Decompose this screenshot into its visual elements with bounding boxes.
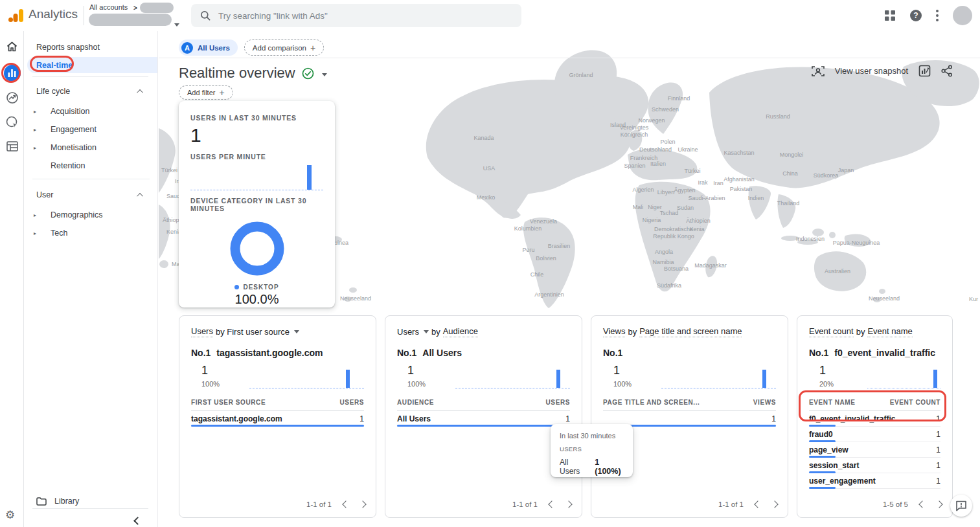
share-icon[interactable] — [941, 65, 953, 77]
account-switcher-caret-icon[interactable] — [174, 17, 179, 29]
realtime-cards-row: Users by First user sourceNo.1tagassista… — [179, 315, 953, 518]
table-row[interactable]: tagassistant.google.com1 — [191, 411, 364, 427]
expand-triangle-icon[interactable]: ▸ — [34, 230, 51, 236]
table-row[interactable]: fraud01 — [809, 427, 940, 442]
expand-triangle-icon[interactable]: ▸ — [34, 145, 51, 151]
feedback-button[interactable] — [950, 495, 972, 517]
card-title-segment[interactable]: Views — [603, 326, 625, 337]
no1-label: No.1 — [809, 348, 828, 359]
avatar[interactable] — [953, 6, 972, 25]
overflow-menu-icon[interactable] — [936, 10, 939, 21]
data-quality-check-icon[interactable] — [302, 67, 314, 80]
table-row[interactable]: All Users1 — [397, 411, 570, 427]
mini-sparkline-chart[interactable] — [867, 364, 940, 390]
product-name: Analytics — [28, 7, 78, 21]
dimension-caret-icon[interactable] — [294, 330, 299, 333]
users-per-minute-chart[interactable] — [190, 163, 323, 190]
page-next-icon[interactable] — [771, 500, 778, 508]
comparison-chip-all-users[interactable]: A All Users — [179, 39, 238, 56]
help-icon[interactable]: ? — [910, 10, 922, 21]
mini-sparkline-chart[interactable] — [455, 364, 570, 390]
sidebar-item-acquisition[interactable]: ▸Acquisition — [25, 102, 157, 120]
divider — [32, 508, 148, 509]
card-title[interactable]: Users by Audience — [397, 326, 570, 337]
row-name: session_start — [809, 461, 859, 470]
table-row[interactable]: f0_event_invalid_traffic1 — [809, 411, 940, 427]
row-name: user_engagement — [809, 477, 876, 486]
sidebar-item-realtime[interactable]: Real-time — [27, 57, 157, 73]
page-next-icon[interactable] — [565, 500, 572, 508]
reports-sidebar: Reports snapshot Real-time Life cycle▸Ac… — [25, 31, 158, 527]
admin-gear-icon[interactable]: ⚙ — [5, 508, 15, 522]
add-comparison-button[interactable]: Add comparison + — [244, 39, 324, 56]
page-prev-icon[interactable] — [918, 500, 926, 508]
card-title-segment[interactable]: Event name — [867, 326, 912, 337]
sidebar-item-monetisation[interactable]: ▸Monetisation — [25, 139, 157, 157]
table-row[interactable]: session_start1 — [809, 458, 940, 473]
table-row[interactable]: user_engagement1 — [809, 473, 940, 489]
mini-sparkline-chart[interactable] — [249, 364, 364, 390]
chevron-up-icon[interactable] — [137, 89, 143, 95]
table-row[interactable]: page_view1 — [809, 442, 940, 458]
sidebar-item-demographics[interactable]: ▸Demographics — [25, 206, 157, 224]
collapse-sidebar-icon[interactable] — [133, 517, 142, 525]
mini-sparkline-chart[interactable] — [661, 364, 776, 390]
card-title-segment[interactable]: Page title and screen name — [639, 326, 742, 337]
add-filter-button[interactable]: Add filter + — [179, 85, 233, 100]
dimension-caret-icon[interactable] — [424, 330, 429, 333]
sidebar-item-label: Retention — [51, 161, 85, 170]
card-title-segment[interactable]: Audience — [443, 326, 478, 337]
no1-label: No.1 — [603, 348, 622, 359]
users-per-minute-bar — [307, 165, 312, 190]
expand-triangle-icon[interactable]: ▸ — [34, 127, 51, 133]
analytics-logo-icon[interactable] — [8, 8, 25, 23]
sparkline-bar — [933, 370, 937, 388]
device-donut-chart[interactable] — [190, 218, 323, 280]
redacted-property-name[interactable] — [89, 14, 172, 26]
sidebar-item-reports-snapshot[interactable]: Reports snapshot — [36, 43, 100, 52]
page-prev-icon[interactable] — [548, 500, 555, 508]
card-title-segment[interactable]: Users — [191, 326, 213, 337]
sidebar-section-life-cycle[interactable]: Life cycle — [25, 80, 157, 102]
table-col-dimension: AUDIENCE — [397, 399, 434, 406]
top-app-bar: Analytics All accounts > Try searching "… — [0, 0, 980, 31]
expand-triangle-icon[interactable]: ▸ — [34, 212, 51, 218]
page-prev-icon[interactable] — [342, 500, 349, 508]
page-next-icon[interactable] — [359, 500, 366, 508]
sidebar-item-label: Tech — [51, 229, 67, 238]
row-value: 1 — [565, 414, 570, 423]
sparkline-bar — [762, 370, 766, 388]
sidebar-item-realtime-label: Real-time — [36, 61, 73, 70]
divider — [84, 6, 84, 25]
card-title[interactable]: Users by First user source — [191, 326, 364, 337]
customize-report-icon[interactable] — [918, 65, 931, 77]
table-col-dimension: FIRST USER SOURCE — [191, 399, 266, 406]
desktop-percentage: 100.0% — [190, 292, 323, 307]
explore-icon[interactable] — [0, 91, 24, 104]
configure-icon[interactable] — [0, 141, 24, 151]
sidebar-item-engagement[interactable]: ▸Engagement — [25, 120, 157, 139]
expand-triangle-icon[interactable]: ▸ — [34, 109, 51, 115]
apps-grid-icon[interactable] — [884, 10, 896, 21]
search-input[interactable]: Try searching "link with Ads" — [191, 4, 521, 27]
chevron-up-icon[interactable] — [137, 192, 143, 199]
page-prev-icon[interactable] — [754, 500, 761, 508]
sidebar-item-tech[interactable]: ▸Tech — [25, 224, 157, 242]
report-menu-caret-icon[interactable] — [322, 67, 327, 79]
page-next-icon[interactable] — [935, 500, 942, 508]
sidebar-section-user[interactable]: User — [25, 184, 157, 206]
card-title[interactable]: Views by Page title and screen name — [603, 326, 776, 337]
advertising-icon[interactable] — [0, 116, 24, 129]
no1-value: f0_event_invalid_traffic — [834, 348, 935, 359]
reports-icon[interactable] — [0, 65, 24, 82]
card-title-segment[interactable]: Event count — [809, 326, 854, 337]
sidebar-item-library[interactable]: Library — [25, 492, 157, 510]
view-user-snapshot-button[interactable]: View user snapshot — [835, 66, 908, 76]
home-icon[interactable] — [0, 41, 24, 52]
sidebar-item-retention[interactable]: Retention — [25, 157, 157, 175]
sidebar-item-label: Monetisation — [51, 143, 97, 152]
main-content: GrönlandIslandKanadaUSAMexikoVenezuelaKo… — [159, 31, 980, 527]
row-progress-bar — [809, 487, 836, 489]
card-title[interactable]: Event count by Event name — [809, 326, 940, 337]
row-value: 1 — [936, 414, 940, 423]
